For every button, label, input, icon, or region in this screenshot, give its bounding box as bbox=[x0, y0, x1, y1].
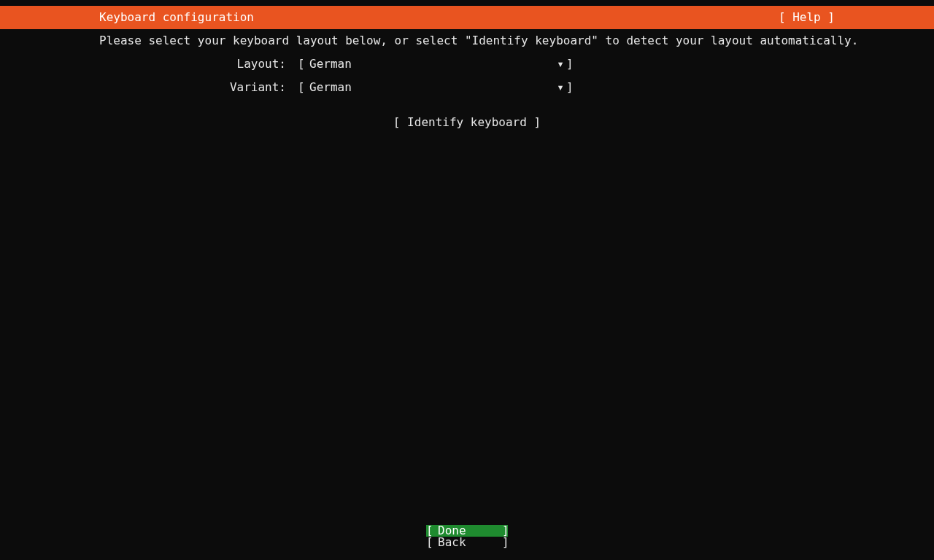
bracket-close-icon: ] bbox=[566, 58, 572, 70]
variant-label: Variant: bbox=[99, 82, 286, 93]
instruction-text: Please select your keyboard layout below… bbox=[99, 35, 835, 47]
bracket-open-icon: [ bbox=[298, 58, 304, 70]
bracket-close-icon: ] bbox=[566, 82, 572, 93]
layout-select[interactable]: [ German ▾ ] bbox=[298, 58, 572, 70]
variant-select[interactable]: [ German ▾ ] bbox=[298, 82, 572, 93]
chevron-down-icon: ▾ bbox=[555, 82, 566, 93]
chevron-down-icon: ▾ bbox=[555, 58, 566, 70]
layout-value: German bbox=[304, 58, 352, 70]
identify-keyboard-button[interactable]: [ Identify keyboard ] bbox=[393, 117, 541, 128]
back-button[interactable]: [ Back ] bbox=[426, 537, 508, 548]
variant-value: German bbox=[304, 82, 352, 93]
help-button[interactable]: [ Help ] bbox=[779, 12, 835, 23]
back-label: Back bbox=[432, 537, 466, 548]
page-title: Keyboard configuration bbox=[99, 12, 254, 23]
bracket-open-icon: [ bbox=[298, 82, 304, 93]
bracket-open-icon: [ bbox=[426, 537, 432, 548]
layout-label: Layout: bbox=[99, 58, 286, 70]
bracket-close-icon: ] bbox=[502, 537, 508, 548]
